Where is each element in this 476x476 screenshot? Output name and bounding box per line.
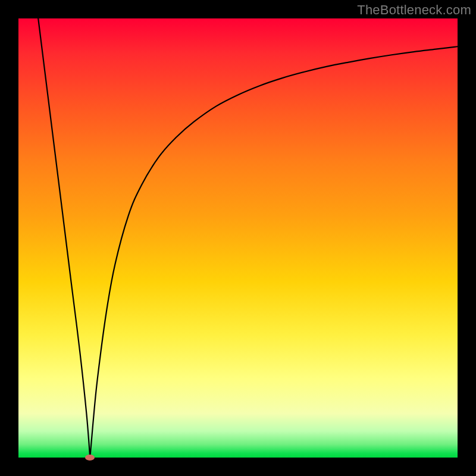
- plot-area: [18, 18, 458, 458]
- curve-path: [38, 18, 458, 458]
- optimal-point-marker: [85, 455, 95, 461]
- chart-frame: TheBottleneck.com: [0, 0, 476, 476]
- watermark-text: TheBottleneck.com: [357, 2, 471, 18]
- bottleneck-curve: [18, 18, 458, 458]
